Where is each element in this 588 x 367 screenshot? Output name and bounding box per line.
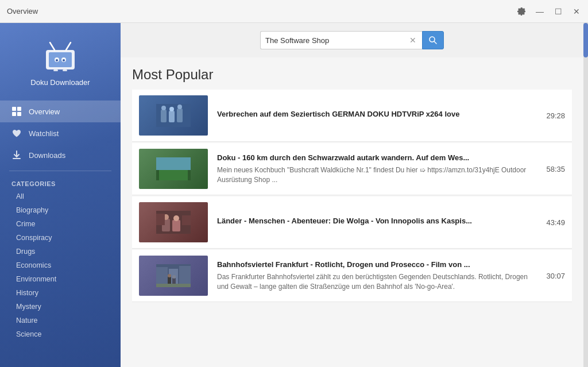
video-list: Verbrechen auf dem Seziertisch GERMAN DO… (132, 90, 572, 303)
categories-label: Categories (0, 176, 121, 190)
svg-point-43 (172, 275, 176, 279)
minimize-button[interactable]: — (535, 7, 544, 16)
right-scrollbar[interactable] (583, 23, 588, 367)
svg-rect-19 (169, 111, 175, 122)
section-title: Most Popular (132, 67, 572, 83)
video-title: Doku - 160 km durch den Schwarzwald auta… (217, 153, 530, 162)
category-all[interactable]: All (0, 190, 121, 203)
category-environment[interactable]: Environment (0, 272, 121, 286)
video-item[interactable]: Verbrechen auf dem Seziertisch GERMAN DO… (132, 90, 572, 142)
sidebar-item-downloads[interactable]: Downloads (0, 144, 121, 166)
svg-rect-11 (17, 107, 21, 111)
video-description: Das Frankfurter Bahnhofsviertel zählt zu… (217, 272, 530, 292)
video-item[interactable]: Doku - 160 km durch den Schwarzwald auta… (132, 143, 572, 195)
window-title: Overview (7, 7, 38, 16)
window-chrome: Overview — ☐ ✕ (0, 0, 588, 23)
category-science[interactable]: Science (0, 327, 121, 341)
search-clear-button[interactable]: ✕ (408, 36, 417, 45)
svg-point-33 (173, 215, 179, 221)
download-icon (11, 150, 22, 160)
svg-rect-37 (156, 267, 168, 284)
svg-point-21 (161, 106, 166, 110)
sidebar-item-overview[interactable]: Overview (0, 101, 121, 122)
svg-rect-34 (156, 214, 165, 225)
svg-rect-1 (49, 52, 72, 67)
content-toolbar: ✕ (121, 23, 583, 57)
svg-rect-5 (63, 69, 67, 71)
video-description: Mein neues Kochbuch "Bushcraft Waldküche… (217, 165, 530, 185)
video-item[interactable]: Länder - Menschen - Abenteuer: Die Wolga… (132, 196, 572, 249)
video-title: Bahnhofsviertel Frankfurt - Rotlicht, Dr… (217, 260, 530, 269)
svg-rect-35 (182, 215, 191, 225)
search-submit-button[interactable] (422, 31, 444, 49)
video-title: Länder - Menschen - Abenteuer: Die Wolga… (217, 217, 530, 225)
svg-rect-20 (177, 109, 183, 122)
video-info: Länder - Menschen - Abenteuer: Die Wolga… (217, 217, 530, 229)
svg-rect-40 (168, 277, 171, 285)
video-duration: 30:07 (539, 272, 565, 280)
category-nature[interactable]: Nature (0, 314, 121, 327)
video-thumbnail (139, 202, 208, 242)
svg-point-22 (169, 107, 174, 111)
category-drugs[interactable]: Drugs (0, 245, 121, 258)
category-crime[interactable]: Crime (0, 217, 121, 231)
svg-rect-13 (17, 112, 21, 116)
svg-rect-31 (172, 220, 180, 231)
video-info: Bahnhofsviertel Frankfurt - Rotlicht, Dr… (217, 260, 530, 292)
sidebar-item-downloads-label: Downloads (29, 151, 65, 160)
svg-rect-27 (159, 169, 188, 180)
video-info: Verbrechen auf dem Seziertisch GERMAN DO… (217, 110, 530, 122)
close-button[interactable]: ✕ (572, 7, 581, 16)
category-history[interactable]: History (0, 286, 121, 300)
sidebar: Doku Downloader Overview (0, 23, 121, 367)
category-conspiracy[interactable]: Conspiracy (0, 231, 121, 245)
category-biography[interactable]: Biography (0, 203, 121, 217)
video-item[interactable]: Bahnhofsviertel Frankfurt - Rotlicht, Dr… (132, 250, 572, 302)
svg-line-2 (50, 43, 55, 50)
category-mystery[interactable]: Mystery (0, 300, 121, 314)
sidebar-nav: Overview Watchlist Down (0, 101, 121, 166)
video-duration: 58:35 (539, 165, 565, 173)
svg-line-16 (434, 41, 436, 44)
maximize-button[interactable]: ☐ (554, 7, 563, 16)
svg-rect-28 (156, 157, 191, 170)
video-duration: 43:49 (539, 218, 565, 227)
svg-line-3 (66, 43, 71, 50)
video-duration: 29:28 (539, 111, 565, 120)
search-input[interactable] (265, 36, 408, 45)
svg-rect-44 (156, 284, 191, 287)
scrollbar-thumb[interactable] (583, 23, 588, 57)
grid-icon (11, 106, 22, 117)
svg-point-23 (177, 105, 182, 109)
svg-rect-14 (13, 158, 21, 159)
video-title: Verbrechen auf dem Seziertisch GERMAN DO… (217, 110, 530, 118)
app-name: Doku Downloader (30, 78, 90, 87)
video-thumbnail (139, 256, 208, 296)
sidebar-item-watchlist-label: Watchlist (29, 129, 59, 138)
content-area: Most Popular (121, 57, 583, 367)
svg-point-8 (56, 59, 58, 61)
app-body: Doku Downloader Overview (0, 23, 588, 367)
window-controls: — ☐ ✕ (517, 7, 581, 16)
search-input-wrapper: ✕ (260, 31, 422, 49)
category-list: All Biography Crime Conspiracy Drugs Eco… (0, 190, 121, 341)
app-logo-icon (42, 37, 79, 74)
sidebar-item-overview-label: Overview (29, 107, 60, 116)
main-content: ✕ Most Popular (121, 23, 583, 367)
search-bar: ✕ (260, 31, 444, 49)
video-thumbnail (139, 149, 208, 189)
heart-icon (11, 128, 22, 138)
svg-rect-39 (179, 266, 191, 284)
svg-point-9 (63, 59, 65, 61)
video-thumbnail (139, 95, 208, 136)
logo-area: Doku Downloader (0, 23, 121, 96)
sidebar-divider (9, 171, 111, 171)
svg-rect-12 (12, 112, 16, 116)
sidebar-item-watchlist[interactable]: Watchlist (0, 122, 121, 144)
svg-point-42 (168, 274, 171, 277)
category-economics[interactable]: Economics (0, 258, 121, 272)
svg-rect-10 (12, 107, 16, 111)
svg-rect-4 (53, 69, 58, 71)
video-info: Doku - 160 km durch den Schwarzwald auta… (217, 153, 530, 185)
settings-button[interactable] (517, 7, 526, 16)
